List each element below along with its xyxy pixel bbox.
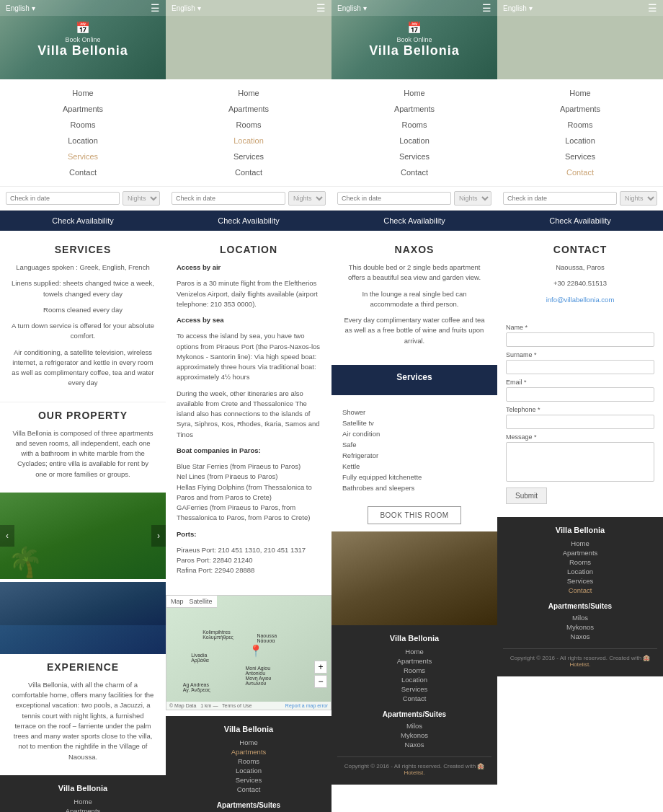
panel4-footer-mykonos[interactable]: Mykonos: [503, 622, 657, 632]
panel3-hamburger-icon[interactable]: ☰: [482, 2, 491, 14]
panel3-nav-home[interactable]: Home: [332, 85, 497, 101]
panel1-lang-selector[interactable]: English ▾: [6, 4, 35, 12]
panel2-footer-contact[interactable]: Contact: [172, 785, 326, 794]
panel3-lang-selector[interactable]: English ▾: [337, 4, 367, 12]
panel3-service-kitchen: Fully equipped kitchenette: [342, 472, 486, 482]
panel1-hamburger-icon[interactable]: ☰: [151, 2, 160, 14]
panel1-nav-contact[interactable]: Contact: [0, 164, 166, 180]
panel2-footer-rooms[interactable]: Rooms: [172, 756, 326, 766]
panel2-footer-services[interactable]: Services: [172, 775, 326, 785]
panel4-nav-location[interactable]: Location: [497, 133, 663, 149]
panel3-footer-mykonos[interactable]: Mykonos: [337, 731, 491, 740]
panel1-nav-services[interactable]: Services: [0, 149, 166, 164]
panel4-footer-apartments[interactable]: Apartments: [503, 548, 657, 557]
panel1-checkin-input[interactable]: [6, 192, 120, 205]
panel2-map-report[interactable]: Report a map error: [285, 703, 328, 708]
panel1-nav-apartments[interactable]: Apartments: [0, 101, 166, 117]
panel2-nav-apartments[interactable]: Apartments: [166, 101, 332, 117]
panel2-footer-location[interactable]: Location: [172, 766, 326, 775]
panel4-footer-rooms[interactable]: Rooms: [503, 557, 657, 567]
panel4-email-link[interactable]: info@villabellonia.com: [546, 296, 615, 304]
panel1-nav-home[interactable]: Home: [0, 85, 166, 101]
panel4-submit-btn[interactable]: Submit: [506, 487, 547, 504]
panel4-footer-contact[interactable]: Contact: [503, 586, 657, 595]
panel2-nav-home[interactable]: Home: [166, 85, 332, 101]
panel3-book-btn[interactable]: BOOK THIS ROOM: [368, 506, 460, 524]
panel3-footer-naxos[interactable]: Naxos: [337, 740, 491, 749]
panel4-surname-input[interactable]: [506, 360, 654, 374]
panel2-hamburger-icon[interactable]: ☰: [316, 2, 326, 14]
panel3-nights-select[interactable]: Nights: [454, 191, 491, 206]
panel4-message-textarea[interactable]: [506, 442, 654, 482]
panel1-slider-next[interactable]: ›: [151, 525, 166, 547]
panel4-footer-home[interactable]: Home: [503, 539, 657, 548]
panel2-nights-select[interactable]: Nights: [288, 191, 326, 206]
panel3-footer-home[interactable]: Home: [337, 647, 491, 656]
panel4-email-input[interactable]: [506, 387, 654, 402]
panel3-nav-rooms[interactable]: Rooms: [332, 117, 497, 133]
panel1-nights-select[interactable]: Nights: [123, 191, 160, 206]
panel-naxos: English ▾ ☰ 📅 Book Online Villa Bellonia…: [332, 0, 497, 812]
panel4-checkin-input[interactable]: [503, 192, 617, 205]
panel2-footer-apartments[interactable]: Apartments: [172, 747, 326, 756]
panel2-header: English ▾ ☰: [166, 0, 332, 79]
panel2-satellite-tab[interactable]: Satellite: [190, 598, 213, 605]
panel3-footer-hotelist: 🏨 Hotelist.: [404, 763, 485, 776]
panel1-nav-rooms[interactable]: Rooms: [0, 117, 166, 133]
panel1-footer-apartments[interactable]: Apartments: [6, 806, 160, 812]
panel3-nav-services[interactable]: Services: [332, 149, 497, 164]
panel1-nav-location[interactable]: Location: [0, 133, 166, 149]
panel4-tel-input[interactable]: [506, 415, 654, 429]
panel3-header: English ▾ ☰ 📅 Book Online Villa Bellonia: [332, 0, 497, 79]
panel4-nav-contact[interactable]: Contact: [497, 164, 663, 180]
panel4-footer-location[interactable]: Location: [503, 567, 657, 576]
panel3-check-avail-btn[interactable]: Check Availability: [332, 211, 497, 231]
panel4-nav-apartments[interactable]: Apartments: [497, 101, 663, 117]
panel-contact: English ▾ ☰ Home Apartments Rooms Locati…: [497, 0, 663, 812]
panel2-lang-selector[interactable]: English ▾: [172, 4, 201, 12]
panel3-checkin-input[interactable]: [337, 192, 451, 205]
panel4-footer-services[interactable]: Services: [503, 576, 657, 586]
panel3-footer-apartments[interactable]: Apartments: [337, 656, 491, 666]
panel2-zoom-in[interactable]: +: [314, 661, 327, 674]
panel4-nights-select[interactable]: Nights: [620, 191, 657, 206]
panel4-nav-home[interactable]: Home: [497, 85, 663, 101]
panel2-map-tab[interactable]: Map: [171, 598, 184, 605]
panel2-nav-rooms[interactable]: Rooms: [166, 117, 332, 133]
panel4-footer-naxos[interactable]: Naxos: [503, 632, 657, 641]
panel2-ports-title: Ports:: [177, 529, 321, 539]
panel1-check-avail-btn[interactable]: Check Availability: [0, 211, 166, 231]
panel4-footer-milos[interactable]: Milos: [503, 613, 657, 622]
panel4-hamburger-icon[interactable]: ☰: [648, 2, 657, 14]
panel4-lang-selector[interactable]: English ▾: [503, 4, 533, 12]
panel4-footer-title: Villa Bellonia: [503, 526, 657, 534]
panel3-footer-contact[interactable]: Contact: [337, 694, 491, 703]
panel2-map[interactable]: Map Satellite KolimpihtresΚολυμπήθρες Na…: [166, 595, 332, 710]
panel4-check-avail-btn[interactable]: Check Availability: [497, 211, 663, 231]
panel4-name-input[interactable]: [506, 332, 654, 347]
panel3-nav-contact[interactable]: Contact: [332, 164, 497, 180]
panel2-nav-contact[interactable]: Contact: [166, 164, 332, 180]
panel2-checkin-input[interactable]: [172, 192, 285, 205]
panel4-nav-rooms[interactable]: Rooms: [497, 117, 663, 133]
panel4-contact-location: Naoussa, Paros: [508, 262, 652, 273]
panel3-footer-services[interactable]: Services: [337, 684, 491, 694]
panel2-footer-title: Villa Bellonia: [172, 725, 326, 733]
panel2-check-avail-btn[interactable]: Check Availability: [166, 211, 332, 231]
panel1-footer-home[interactable]: Home: [6, 797, 160, 806]
panel3-services-list: Shower Satellite tv Air condition Safe R…: [332, 401, 497, 499]
panel4-nav-services[interactable]: Services: [497, 149, 663, 164]
panel3-footer-milos[interactable]: Milos: [337, 721, 491, 731]
panel3-footer-location[interactable]: Location: [337, 675, 491, 684]
panel3-footer-rooms[interactable]: Rooms: [337, 666, 491, 675]
panel2-nav-services[interactable]: Services: [166, 149, 332, 164]
panel4-surname-label: Surname *: [506, 351, 654, 358]
panel3-nav-location[interactable]: Location: [332, 133, 497, 149]
panel2-footer-home[interactable]: Home: [172, 738, 326, 747]
panel1-book-online: Book Online: [37, 36, 128, 43]
panel2-nav-location[interactable]: Location: [166, 133, 332, 149]
panel2-zoom-out[interactable]: −: [314, 675, 327, 688]
panel1-slider-prev[interactable]: ‹: [0, 525, 14, 547]
panels-container: English ▾ ☰ 📅 Book Online Villa Bellonia…: [0, 0, 663, 812]
panel3-nav-apartments[interactable]: Apartments: [332, 101, 497, 117]
